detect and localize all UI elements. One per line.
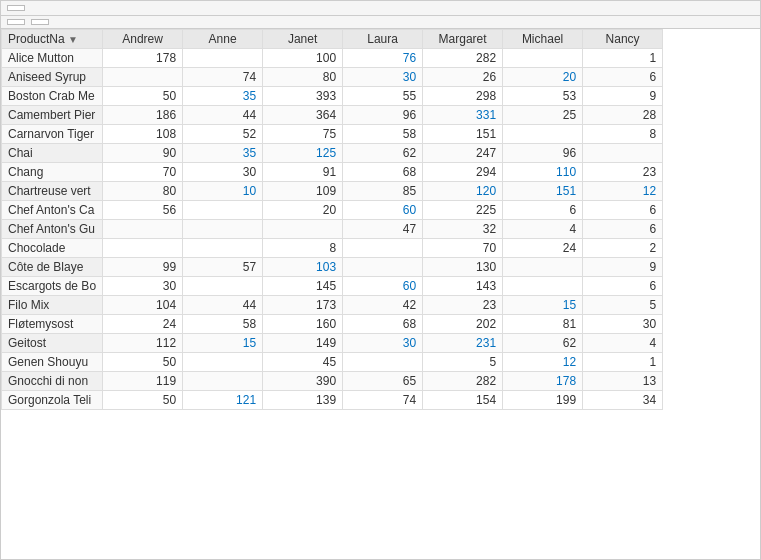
cell-anne: 58: [183, 315, 263, 334]
product-filter-icon[interactable]: ▼: [68, 34, 78, 45]
cell-nancy: 23: [583, 163, 663, 182]
col-selector-row: [1, 16, 760, 29]
cell-anne: 44: [183, 106, 263, 125]
cell-anne: 44: [183, 296, 263, 315]
cell-janet: 139: [263, 391, 343, 410]
column-header-margaret[interactable]: Margaret: [423, 30, 503, 49]
product-header-label: ProductNa: [8, 32, 65, 46]
cell-michael: 62: [503, 334, 583, 353]
product-name-cell: Geitost: [2, 334, 103, 353]
cell-margaret: 5: [423, 353, 503, 372]
cell-andrew: [103, 239, 183, 258]
cell-janet: 8: [263, 239, 343, 258]
product-name-header[interactable]: ProductNa ▼: [2, 30, 103, 49]
cell-michael: 6: [503, 201, 583, 220]
cell-andrew: 90: [103, 144, 183, 163]
column-header-andrew[interactable]: Andrew: [103, 30, 183, 49]
cell-nancy: 34: [583, 391, 663, 410]
cell-laura: 76: [343, 49, 423, 68]
cell-michael: [503, 49, 583, 68]
column-header-anne[interactable]: Anne: [183, 30, 263, 49]
column-header-laura[interactable]: Laura: [343, 30, 423, 49]
cell-anne: [183, 372, 263, 391]
cell-margaret: 282: [423, 49, 503, 68]
table-row: Escargots de Bo30145601436: [2, 277, 663, 296]
cell-janet: 91: [263, 163, 343, 182]
table-row: Aniseed Syrup74803026206: [2, 68, 663, 87]
cell-anne: 52: [183, 125, 263, 144]
cell-andrew: 56: [103, 201, 183, 220]
cell-michael: 96: [503, 144, 583, 163]
pivot-table: ProductNa ▼AndrewAnneJanetLauraMargaretM…: [1, 29, 663, 410]
cell-margaret: 247: [423, 144, 503, 163]
cell-laura: 30: [343, 334, 423, 353]
cell-laura: 68: [343, 315, 423, 334]
cell-anne: 74: [183, 68, 263, 87]
filter-row: [1, 1, 760, 16]
table-body: Alice Mutton178100762821Aniseed Syrup748…: [2, 49, 663, 410]
cell-andrew: 50: [103, 391, 183, 410]
cell-laura: 55: [343, 87, 423, 106]
product-name-cell: Chartreuse vert: [2, 182, 103, 201]
cell-nancy: 2: [583, 239, 663, 258]
cell-nancy: 1: [583, 49, 663, 68]
product-name-cell: Aniseed Syrup: [2, 68, 103, 87]
table-wrapper[interactable]: ProductNa ▼AndrewAnneJanetLauraMargaretM…: [1, 29, 760, 559]
cell-nancy: 6: [583, 201, 663, 220]
product-name-cell: Chang: [2, 163, 103, 182]
cell-michael: 81: [503, 315, 583, 334]
product-name-cell: Camembert Pier: [2, 106, 103, 125]
cell-nancy: 1: [583, 353, 663, 372]
cell-andrew: 186: [103, 106, 183, 125]
product-name-cell: Fløtemysost: [2, 315, 103, 334]
firstname-filter-button[interactable]: [31, 19, 49, 25]
cell-laura: 74: [343, 391, 423, 410]
cell-janet: 75: [263, 125, 343, 144]
cell-margaret: 154: [423, 391, 503, 410]
pivot-table-container: ProductNa ▼AndrewAnneJanetLauraMargaretM…: [0, 0, 761, 560]
cell-nancy: 30: [583, 315, 663, 334]
product-name-cell: Gnocchi di non: [2, 372, 103, 391]
cell-janet: 100: [263, 49, 343, 68]
cell-laura: 47: [343, 220, 423, 239]
column-header-michael[interactable]: Michael: [503, 30, 583, 49]
cell-anne: 15: [183, 334, 263, 353]
cell-nancy: 6: [583, 68, 663, 87]
cell-andrew: 24: [103, 315, 183, 334]
cell-janet: 393: [263, 87, 343, 106]
shipcountry-filter-button[interactable]: [7, 5, 25, 11]
cell-laura: 60: [343, 201, 423, 220]
column-header-janet[interactable]: Janet: [263, 30, 343, 49]
cell-laura: [343, 258, 423, 277]
cell-margaret: 225: [423, 201, 503, 220]
cell-margaret: 231: [423, 334, 503, 353]
cell-nancy: [583, 144, 663, 163]
table-row: Chef Anton's Gu473246: [2, 220, 663, 239]
product-name-cell: Genen Shouyu: [2, 353, 103, 372]
cell-margaret: 294: [423, 163, 503, 182]
sum-of-quanti-button[interactable]: [7, 19, 25, 25]
table-row: Chartreuse vert80101098512015112: [2, 182, 663, 201]
cell-andrew: 30: [103, 277, 183, 296]
product-name-cell: Chef Anton's Ca: [2, 201, 103, 220]
cell-laura: 85: [343, 182, 423, 201]
cell-nancy: 12: [583, 182, 663, 201]
column-header-nancy[interactable]: Nancy: [583, 30, 663, 49]
cell-nancy: 6: [583, 220, 663, 239]
product-name-cell: Alice Mutton: [2, 49, 103, 68]
cell-michael: 20: [503, 68, 583, 87]
cell-laura: 60: [343, 277, 423, 296]
cell-anne: 30: [183, 163, 263, 182]
cell-janet: 173: [263, 296, 343, 315]
cell-anne: 35: [183, 87, 263, 106]
cell-janet: 45: [263, 353, 343, 372]
cell-janet: 160: [263, 315, 343, 334]
cell-janet: [263, 220, 343, 239]
cell-michael: [503, 277, 583, 296]
cell-andrew: 70: [103, 163, 183, 182]
cell-nancy: 13: [583, 372, 663, 391]
table-row: Carnarvon Tiger1085275581518: [2, 125, 663, 144]
cell-andrew: 104: [103, 296, 183, 315]
cell-anne: [183, 220, 263, 239]
cell-andrew: [103, 220, 183, 239]
